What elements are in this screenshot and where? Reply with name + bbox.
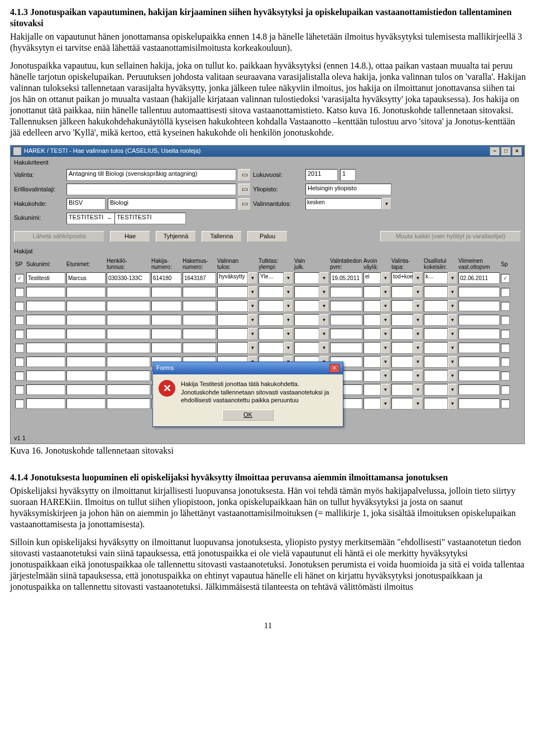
chevron-down-icon[interactable]: ▼ [319,328,329,340]
row-checkbox[interactable]: ✓ [15,274,24,283]
empty-cell[interactable] [151,329,181,339]
empty-cell[interactable] [107,329,150,339]
empty-combo[interactable]: ▼ [294,314,329,326]
empty-cell[interactable] [183,343,216,353]
chevron-down-icon[interactable]: ▼ [448,300,457,312]
empty-combo[interactable]: ▼ [391,398,423,410]
empty-cell[interactable] [26,398,65,409]
row-checkbox[interactable] [15,316,24,325]
field-hakukohde-code[interactable]: BISV [66,198,106,210]
empty-cell[interactable] [26,343,65,353]
chevron-down-icon[interactable]: ▼ [382,198,391,210]
empty-combo[interactable]: ▼ [259,328,293,340]
empty-cell[interactable] [66,329,106,339]
chevron-down-icon[interactable]: ▼ [448,356,457,368]
chevron-down-icon[interactable]: ▼ [284,328,293,340]
chevron-down-icon[interactable]: ▼ [248,342,257,354]
cell-hakijanro[interactable]: 614180 [151,272,181,284]
chevron-down-icon[interactable]: ▼ [448,342,457,354]
cell-hakemusnro[interactable]: 1643187 [183,272,216,284]
empty-combo[interactable]: ▼ [363,300,390,312]
cell-osallistui[interactable]: k…▼ [424,272,457,284]
row-checkbox[interactable] [15,330,24,339]
empty-combo[interactable]: ▼ [391,342,423,354]
empty-cell[interactable] [458,384,500,395]
chevron-down-icon[interactable]: ▼ [381,286,390,298]
empty-cell[interactable] [458,329,500,339]
empty-combo[interactable]: ▼ [259,342,293,354]
field-valinta[interactable]: Antagning till Biologi (svenskspråkig an… [66,169,236,181]
chevron-down-icon[interactable]: ▼ [448,398,457,410]
empty-cell[interactable] [107,398,150,409]
chevron-down-icon[interactable]: ▼ [413,272,423,284]
lookup-hakukohde-icon[interactable]: ▭ [238,198,251,210]
chevron-down-icon[interactable]: ▼ [413,384,423,396]
empty-cell[interactable] [66,287,106,297]
chevron-down-icon[interactable]: ▼ [248,328,257,340]
lookup-erillis-icon[interactable]: ▭ [238,184,251,196]
cell-valpvm[interactable]: 19.05.2011 [330,272,362,284]
empty-combo[interactable]: ▼ [294,328,329,340]
empty-combo[interactable]: ▼ [217,300,257,312]
row-checkbox[interactable] [15,399,24,408]
cell-sukunimi[interactable]: Testitesti [26,272,65,284]
chevron-down-icon[interactable]: ▼ [413,356,423,368]
empty-combo[interactable]: ▼ [391,314,423,326]
empty-cell[interactable] [26,329,65,339]
dialog-ok-button[interactable]: OK [222,410,274,421]
empty-cell[interactable] [66,315,106,325]
empty-cell[interactable] [66,398,106,409]
cell-vainjulk[interactable]: ▼ [294,272,329,284]
change-all-button[interactable]: Muuta kaikki (vain hylätyt ja varallaoli… [380,231,521,242]
empty-cell[interactable] [458,301,500,311]
row-checkbox[interactable] [501,386,510,394]
chevron-down-icon[interactable]: ▼ [448,314,457,326]
empty-combo[interactable]: ▼ [217,286,257,298]
empty-cell[interactable] [458,357,500,367]
empty-combo[interactable]: ▼ [424,286,457,298]
empty-cell[interactable] [107,343,150,353]
empty-cell[interactable] [107,384,150,395]
empty-cell[interactable] [151,301,181,311]
empty-cell[interactable] [107,315,150,325]
chevron-down-icon[interactable]: ▼ [448,272,457,284]
chevron-down-icon[interactable]: ▼ [248,286,257,298]
minimize-button[interactable]: – [490,147,500,156]
field-hakukohde-name[interactable]: Biologi [108,198,236,210]
empty-combo[interactable]: ▼ [363,342,390,354]
chevron-down-icon[interactable]: ▼ [413,370,423,382]
field-sukunimi-to[interactable]: TESTITESTI [114,213,186,224]
empty-combo[interactable]: ▼ [391,384,423,396]
empty-cell[interactable] [26,370,65,381]
chevron-down-icon[interactable]: ▼ [381,370,390,382]
empty-cell[interactable] [458,398,500,409]
row-checkbox[interactable] [501,330,510,339]
chevron-down-icon[interactable]: ▼ [413,314,423,326]
empty-combo[interactable]: ▼ [391,356,423,368]
empty-cell[interactable] [107,287,150,297]
empty-cell[interactable] [107,370,150,381]
cell-tutktas[interactable]: Yle…▼ [259,272,293,284]
chevron-down-icon[interactable]: ▼ [319,272,329,284]
empty-cell[interactable] [151,315,181,325]
row-checkbox[interactable] [15,288,24,297]
empty-cell[interactable] [151,287,181,297]
chevron-down-icon[interactable]: ▼ [284,286,293,298]
empty-cell[interactable] [107,357,150,367]
empty-cell[interactable] [26,301,65,311]
empty-combo[interactable]: ▼ [363,356,390,368]
empty-cell[interactable] [26,315,65,325]
chevron-down-icon[interactable]: ▼ [319,286,329,298]
chevron-down-icon[interactable]: ▼ [413,398,423,410]
cell-etunimet[interactable]: Marcus [66,272,106,284]
empty-combo[interactable]: ▼ [424,398,457,410]
chevron-down-icon[interactable]: ▼ [248,300,257,312]
empty-combo[interactable]: ▼ [259,314,293,326]
empty-cell[interactable] [183,287,216,297]
empty-combo[interactable]: ▼ [294,342,329,354]
cell-valtapa[interactable]: tod+koe▼ [391,272,423,284]
row-checkbox[interactable] [15,358,24,367]
cell-viimeinen[interactable]: 02.06.2011 [458,272,500,284]
empty-combo[interactable]: ▼ [294,300,329,312]
empty-cell[interactable] [330,315,362,325]
